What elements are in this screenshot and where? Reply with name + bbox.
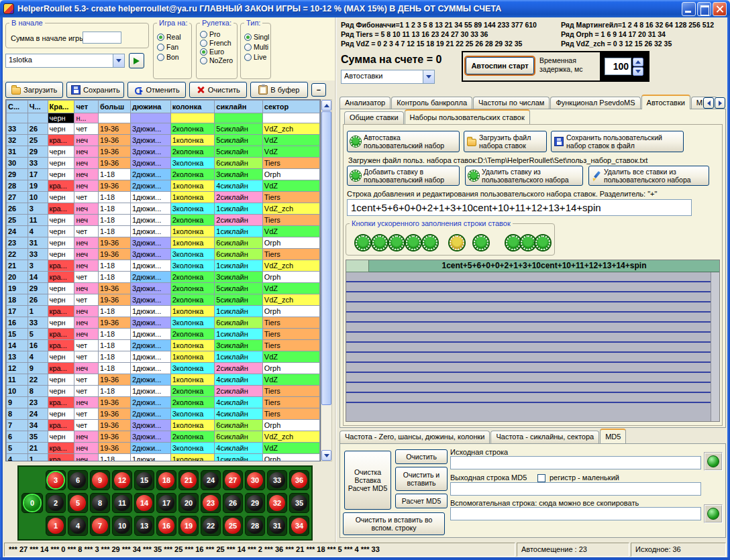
board-number-18[interactable]: 18 [156,470,176,490]
board-number-36[interactable]: 36 [289,470,309,490]
board-number-19[interactable]: 19 [178,516,199,536]
board-number-33[interactable]: 33 [267,470,287,490]
close-button[interactable] [713,2,727,16]
md5-calc-button[interactable]: Расчет MD5 [395,494,448,508]
radio-multi[interactable]: Multi [244,43,270,51]
main-tab-5[interactable]: Автоставки [641,95,690,109]
board-number-6[interactable]: 6 [68,470,88,490]
board-number-14[interactable]: 14 [134,493,154,513]
board-number-7[interactable]: 7 [90,516,110,536]
main-tab-1[interactable]: Анализатор [340,97,390,109]
autobets-dropdown-button[interactable] [423,70,434,83]
tabs-scroll-right-button[interactable] [715,97,725,109]
board-number-17[interactable]: 17 [156,493,176,513]
radio-singl[interactable]: Singl [244,33,270,41]
radio-bon[interactable]: Bon [157,53,191,61]
board-number-1[interactable]: 1 [46,516,66,536]
bet-set-list[interactable]: 1cent+5+6+0+0+2+1+3+10cent+10+11+12+13+1… [346,260,720,422]
board-number-4[interactable]: 4 [68,516,88,536]
1cent-chip-button[interactable] [356,235,370,250]
start-play-button[interactable] [129,53,144,68]
board-number-13[interactable]: 13 [134,516,154,536]
collapse-button[interactable]: − [311,83,326,97]
board-number-5[interactable]: 5 [68,493,88,513]
board-number-27[interactable]: 27 [223,470,243,490]
md5-clear-button[interactable]: Очистить [395,449,448,464]
add-bet-button[interactable]: Добавить ставку в пользовательский набор [347,166,460,186]
sub-tab-2[interactable]: Наборы пользовательских ставок [405,109,530,124]
spinner-up-button[interactable] [633,58,643,66]
radio-euro[interactable]: Euro [200,48,237,56]
sub-tab-1[interactable]: Общие ставки [344,111,404,124]
autobets-select[interactable]: Автоставки [341,70,435,84]
scroll-down-button[interactable] [321,450,331,461]
bet-string-input[interactable] [347,199,692,216]
radio-pro[interactable]: Pro [200,30,237,38]
board-number-34[interactable]: 34 [289,516,309,536]
50cent-chip-button[interactable] [423,235,437,250]
main-tab-2[interactable]: Контроль банкролла [391,97,472,109]
board-number-16[interactable]: 16 [156,516,176,536]
board-number-22[interactable]: 22 [201,516,221,536]
5cent-chip-button[interactable] [372,235,387,250]
md5-source-input[interactable] [450,456,701,469]
remove-all-bets-button[interactable]: Удалить все ставки из пользовательского … [588,166,709,186]
scroll-up-button[interactable] [321,100,331,111]
board-number-25[interactable]: 25 [223,516,243,536]
radio-french[interactable]: French [200,39,237,47]
board-number-10[interactable]: 10 [112,516,132,536]
radio-live[interactable]: Live [244,53,270,61]
25-chip-button[interactable] [535,235,550,250]
autobet-user-set-button[interactable]: Автоставка пользовательский набор [347,131,460,152]
bet-list-scrollbar[interactable] [711,272,719,421]
md5-source-go-button[interactable] [707,455,719,467]
freq-tab-3[interactable]: MD5 [600,429,626,443]
md5-clear-paste-aux-button[interactable]: Очистить и вставить во вспом. строку [343,512,445,535]
board-number-3[interactable]: 3 [46,470,66,490]
md5-aux-go-button[interactable] [707,508,719,520]
dollar-chip-button[interactable] [450,235,464,250]
freq-tab-1[interactable]: Частота - Zero, шансы, дюжины, колонки [340,431,490,443]
table-scrollbar[interactable] [321,99,332,461]
board-number-35[interactable]: 35 [289,493,309,513]
board-number-31[interactable]: 31 [267,516,287,536]
board-number-11[interactable]: 11 [112,493,132,513]
board-number-23[interactable]: 23 [201,493,221,513]
save-button[interactable]: Сохранить [66,82,124,98]
undo-button[interactable]: Отменить [127,82,185,98]
board-number-29[interactable]: 29 [245,493,265,513]
register-lowercase-checkbox[interactable] [537,474,545,482]
slot-select[interactable]: 1slotka [5,54,125,68]
25cent-chip-button[interactable] [406,235,421,250]
freq-tab-2[interactable]: Частота - сиклайны, сектора [490,431,599,443]
board-number-30[interactable]: 30 [245,470,265,490]
10-chip-button[interactable] [521,235,535,250]
slot-dropdown-button[interactable] [113,54,124,67]
board-number-28[interactable]: 28 [245,516,265,536]
md5-clear-and-paste-button[interactable]: Очистить и вставить [395,467,448,491]
md5-output-input[interactable] [450,482,701,496]
scrollbar-thumb[interactable] [321,111,331,405]
main-tab-3[interactable]: Частоты по числам [473,97,550,109]
clear-button[interactable]: Очистить [189,82,247,98]
1-chip-button[interactable] [474,235,488,250]
md5-aux-input[interactable] [450,507,701,520]
minimize-button[interactable] [682,2,696,16]
board-number-2[interactable]: 2 [46,493,66,513]
board-number-0[interactable]: 0 [21,493,43,513]
remove-bet-button[interactable]: Удалить ставку из пользовательского набо… [465,166,583,186]
tabs-scroll-left-button[interactable] [703,97,714,109]
load-button[interactable]: Загрузить [5,82,63,98]
board-number-32[interactable]: 32 [267,493,287,513]
board-number-12[interactable]: 12 [112,470,132,490]
board-number-8[interactable]: 8 [90,493,110,513]
spinner-down-button[interactable] [633,67,643,76]
board-number-24[interactable]: 24 [201,470,221,490]
board-number-21[interactable]: 21 [178,470,199,490]
spins-table[interactable]: С...Ч...Кра...четбольшдюжинаколонкасикла… [5,99,321,461]
autospin-start-button[interactable]: Автоспин старт [466,57,534,74]
main-tab-4[interactable]: Функционал PsevdoMS [550,97,640,109]
md5-clear-paste-calc-button[interactable]: Очистка Вставка Расчет MD5 [344,451,391,510]
10cent-chip-button[interactable] [389,235,404,250]
delay-input[interactable] [605,58,631,75]
